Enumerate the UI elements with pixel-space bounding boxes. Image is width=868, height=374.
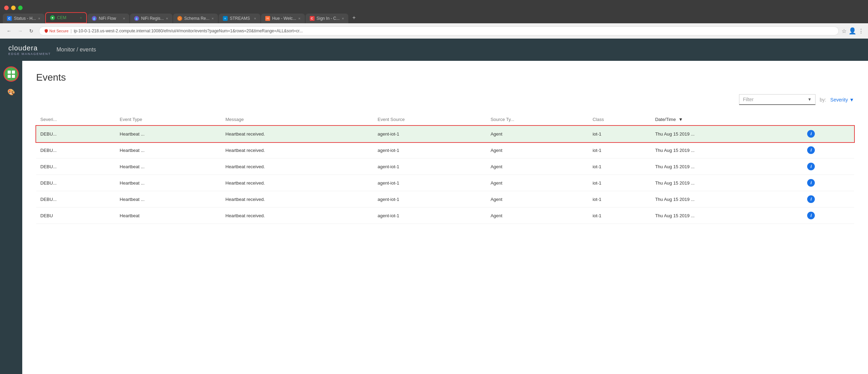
cell-datetime: Thu Aug 15 2019 ...: [651, 175, 803, 191]
cell-event-source: agent-iot-1: [373, 158, 486, 175]
cell-datetime: Thu Aug 15 2019 ...: [651, 126, 803, 142]
col-severity: Severi...: [36, 113, 115, 126]
table-body: DEBU...Heartbeat ...Heartbeat received.a…: [36, 126, 854, 224]
reload-button[interactable]: ↻: [26, 26, 36, 36]
url-text: ip-10-0-1-218.us-west-2.compute.internal…: [74, 29, 834, 33]
tab-close-schema[interactable]: ×: [211, 16, 213, 21]
tab-signin[interactable]: C Sign In - C... ×: [306, 14, 348, 23]
bookmark-icon[interactable]: ☆: [842, 28, 846, 34]
cell-event-type: Heartbeat ...: [115, 175, 221, 191]
tab-favicon-schema: ⬡: [177, 16, 182, 21]
tab-favicon-streams: ≡: [223, 16, 228, 21]
filter-dropdown-icon[interactable]: ▼: [808, 97, 812, 102]
cell-message: Heartbeat received.: [221, 175, 374, 191]
tab-favicon-nifi-flow: 💧: [92, 16, 97, 21]
tab-favicon-status: C: [7, 16, 12, 21]
info-button[interactable]: i: [807, 179, 815, 187]
info-button[interactable]: i: [807, 195, 815, 203]
cell-source-type: Agent: [486, 126, 589, 142]
forward-button[interactable]: →: [15, 26, 25, 36]
app-header: cloudera EDGE MANAGEMENT Monitor / event…: [0, 39, 868, 61]
maximize-button[interactable]: [18, 6, 23, 10]
cell-class: iot-1: [589, 175, 651, 191]
cell-severity: DEBU...: [36, 191, 115, 208]
tab-cem[interactable]: ● CEM ×: [45, 12, 87, 23]
table-row[interactable]: DEBU...Heartbeat ...Heartbeat received.a…: [36, 126, 854, 142]
security-indicator: Not Secure: [44, 29, 68, 33]
col-datetime[interactable]: Date/Time ▼: [651, 113, 803, 126]
tab-close-nifi-flow[interactable]: ×: [123, 16, 125, 21]
tab-schema[interactable]: ⬡ Schema Re... ×: [173, 14, 218, 23]
tab-label-cem: CEM: [57, 15, 78, 20]
close-button[interactable]: [4, 6, 9, 10]
tab-close-nifi-regis[interactable]: ×: [166, 16, 168, 21]
tab-nifi-flow[interactable]: 💧 NiFi Flow ×: [88, 14, 129, 23]
sort-by-label: by:: [820, 97, 826, 103]
sidebar-item-analytics[interactable]: 🎨: [3, 84, 19, 100]
sort-dropdown-chevron[interactable]: ▼: [849, 97, 854, 103]
filter-input[interactable]: [743, 97, 805, 102]
filter-bar: ▼ by: Severity ▼: [36, 94, 854, 105]
info-button[interactable]: i: [807, 163, 815, 170]
minimize-button[interactable]: [11, 6, 16, 10]
tab-label-nifi-flow: NiFi Flow: [99, 16, 121, 21]
tab-hue[interactable]: H Hue - Welc... ×: [261, 14, 305, 23]
table-row[interactable]: DEBU...Heartbeat ...Heartbeat received.a…: [36, 158, 854, 175]
cell-event-source: agent-iot-1: [373, 142, 486, 158]
cell-event-type: Heartbeat ...: [115, 158, 221, 175]
cell-event-type: Heartbeat ...: [115, 191, 221, 208]
info-button[interactable]: i: [807, 130, 815, 138]
main-content: Events ▼ by: Severity ▼ Severi.: [22, 61, 868, 374]
page-title: Events: [36, 72, 854, 83]
tab-nifi-regis[interactable]: 💧 NiFi Regis... ×: [130, 14, 172, 23]
cell-source-type: Agent: [486, 208, 589, 224]
breadcrumb: Monitor / events: [57, 47, 96, 53]
sidebar-item-dashboard[interactable]: [3, 66, 19, 82]
tab-close-signin[interactable]: ×: [342, 16, 344, 21]
table-row[interactable]: DEBU...Heartbeat ...Heartbeat received.a…: [36, 142, 854, 158]
tabs-bar: C Status - H... × ● CEM × 💧 NiFi Flow × …: [0, 12, 868, 23]
col-actions: [803, 113, 854, 126]
profile-icon[interactable]: 👤: [849, 27, 856, 35]
cell-message: Heartbeat received.: [221, 142, 374, 158]
table-row[interactable]: DEBU...Heartbeat ...Heartbeat received.a…: [36, 175, 854, 191]
tab-label-streams: STREAMS: [230, 16, 252, 21]
table-row[interactable]: DEBU...Heartbeat ...Heartbeat received.a…: [36, 191, 854, 208]
cell-severity: DEBU...: [36, 175, 115, 191]
tab-close-cem[interactable]: ×: [80, 16, 82, 20]
info-button[interactable]: i: [807, 212, 815, 219]
tab-close-streams[interactable]: ×: [254, 16, 256, 21]
cell-source-type: Agent: [486, 175, 589, 191]
cell-action: i: [803, 158, 854, 175]
sort-severity-button[interactable]: Severity ▼: [830, 97, 854, 103]
logo-text: cloudera: [8, 44, 38, 52]
cell-event-type: Heartbeat: [115, 208, 221, 224]
cell-datetime: Thu Aug 15 2019 ...: [651, 158, 803, 175]
cell-datetime: Thu Aug 15 2019 ...: [651, 142, 803, 158]
cell-message: Heartbeat received.: [221, 126, 374, 142]
browser-chrome: C Status - H... × ● CEM × 💧 NiFi Flow × …: [0, 0, 868, 39]
tab-label-nifi-regis: NiFi Regis...: [141, 16, 164, 21]
url-bar[interactable]: Not Secure | ip-10-0-1-218.us-west-2.com…: [39, 26, 839, 35]
tab-favicon-signin: C: [310, 16, 315, 21]
cell-event-source: agent-iot-1: [373, 191, 486, 208]
menu-icon[interactable]: ⋮: [858, 28, 864, 34]
tab-streams[interactable]: ≡ STREAMS ×: [219, 14, 260, 23]
table-header: Severi... Event Type Message Event Sourc…: [36, 113, 854, 126]
tab-close-status[interactable]: ×: [38, 16, 40, 21]
cell-class: iot-1: [589, 191, 651, 208]
cell-event-source: agent-iot-1: [373, 175, 486, 191]
back-button[interactable]: ←: [4, 26, 14, 36]
info-button[interactable]: i: [807, 146, 815, 154]
tab-close-hue[interactable]: ×: [298, 16, 300, 21]
traffic-lights: [0, 3, 868, 12]
url-actions: ☆ 👤 ⋮: [842, 27, 864, 35]
col-event-source: Event Source: [373, 113, 486, 126]
cell-source-type: Agent: [486, 142, 589, 158]
table-row[interactable]: DEBUHeartbeatHeartbeat received.agent-io…: [36, 208, 854, 224]
new-tab-button[interactable]: +: [349, 12, 359, 23]
col-message: Message: [221, 113, 374, 126]
cell-class: iot-1: [589, 208, 651, 224]
cell-datetime: Thu Aug 15 2019 ...: [651, 208, 803, 224]
tab-status[interactable]: C Status - H... ×: [3, 14, 44, 23]
